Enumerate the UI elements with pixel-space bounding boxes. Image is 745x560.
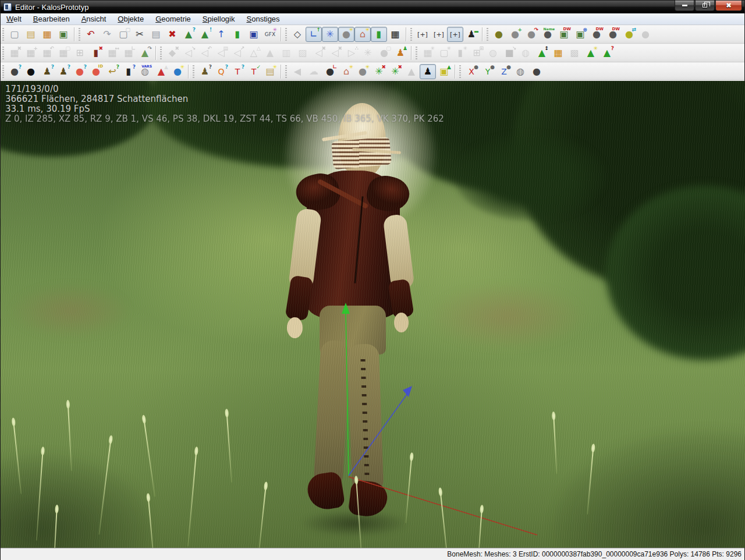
balloon-id-button[interactable]: ●ID xyxy=(88,64,104,79)
terrain-raise-lower-button[interactable]: ▲↕ xyxy=(534,45,550,61)
axes-display-toggle[interactable]: ∟↑ xyxy=(306,27,322,42)
menu-item-spiellogik[interactable]: Spiellogik xyxy=(197,13,241,24)
sphere-rotate-button[interactable]: ●↷ xyxy=(523,27,540,42)
toolbar-grip[interactable] xyxy=(2,65,5,78)
close-button[interactable]: ✖ xyxy=(715,1,742,11)
walk-mode-button[interactable]: ♟▂ xyxy=(463,27,480,42)
paste-button[interactable]: ▤ xyxy=(148,27,164,42)
toolbar-grip[interactable] xyxy=(459,65,462,78)
grid-display-button[interactable]: ▦ xyxy=(387,27,403,42)
delete-button[interactable]: ✖ xyxy=(164,27,180,42)
cut-button[interactable]: ✂ xyxy=(132,27,148,42)
minimap-button[interactable]: ▣▲ xyxy=(436,64,452,79)
grid-single-button: ⊞ xyxy=(72,45,88,61)
bug-delete-button[interactable]: ✳✖ xyxy=(371,64,387,79)
gfx-settings-button[interactable]: GFX✳ xyxy=(262,27,278,42)
title-bar[interactable]: Editor - KalosPrototyp ✖ xyxy=(1,1,744,13)
toolbar-grip[interactable] xyxy=(2,47,5,59)
toolbar-grip[interactable] xyxy=(410,28,413,41)
spheres-swap-button[interactable]: ●⇄ xyxy=(621,27,637,42)
book-star-button[interactable]: ▤✳ xyxy=(262,64,278,79)
menu-item-geometrie[interactable]: Geometrie xyxy=(150,13,197,24)
redo-button[interactable]: ↷ xyxy=(99,27,115,42)
tree-copy-button[interactable]: ▲↷ xyxy=(137,45,153,61)
toolbar-grip[interactable] xyxy=(192,65,195,78)
raise-object-button[interactable]: ↑ xyxy=(213,27,229,42)
camera-y-icon: Y xyxy=(485,68,491,76)
sphere-save-dw-button[interactable]: ●DW xyxy=(588,27,605,42)
minimize-button[interactable] xyxy=(675,1,694,11)
sphere-script-button[interactable]: ●? xyxy=(6,64,23,79)
save-close-button[interactable]: ▣⊗ xyxy=(572,27,588,42)
black-sphere-button[interactable]: ● xyxy=(23,64,39,79)
bug-delete2-button[interactable]: ✳✖ xyxy=(387,64,403,79)
toolbar-grip[interactable] xyxy=(415,47,418,59)
camera-z-button[interactable]: Z● xyxy=(496,64,512,79)
toolbar-separator xyxy=(281,27,281,41)
terrain-star-button[interactable]: ▲✳ xyxy=(583,45,599,61)
light-shadow-toggle[interactable]: ●✳ xyxy=(338,27,354,42)
house-display-toggle[interactable]: ⌂✳ xyxy=(354,27,371,42)
toolbar-grip[interactable] xyxy=(159,47,162,59)
sphere-save-dw2-button[interactable]: ●DW xyxy=(605,27,621,42)
menu-item-sonstiges[interactable]: Sonstiges xyxy=(241,13,286,24)
terrain-person-question-button[interactable]: ♟? xyxy=(197,64,213,79)
balloon-question-button[interactable]: ●? xyxy=(72,64,88,79)
toolbar-grip[interactable] xyxy=(486,28,489,41)
terrain-question-button[interactable]: ▲? xyxy=(599,45,615,61)
toolbar-grip[interactable] xyxy=(285,28,288,41)
quest-question-button[interactable]: Q? xyxy=(213,64,229,79)
text-people-check-button[interactable]: T✓ xyxy=(246,64,262,79)
globe-star-button[interactable]: ●✳ xyxy=(169,64,186,79)
save-button[interactable]: ▣ xyxy=(55,27,72,42)
texture-palette-button[interactable]: ▦ xyxy=(39,27,55,42)
terrain-mesh-button[interactable]: ▦ xyxy=(550,45,566,61)
focus-near-toggle[interactable]: [+] xyxy=(447,27,463,42)
run-figure-toggle[interactable]: ♟ xyxy=(420,64,436,79)
menu-item-objekte[interactable]: Objekte xyxy=(112,13,150,24)
two-people-button[interactable]: ♟♟ xyxy=(392,45,409,61)
vars-sphere-button[interactable]: ◍VARS xyxy=(137,64,153,79)
sphere-axes-button[interactable]: ●∟ xyxy=(322,64,338,79)
toolbar-grip[interactable] xyxy=(78,28,81,41)
undo-button[interactable]: ↶ xyxy=(83,27,99,42)
camera-x-button[interactable]: X● xyxy=(463,64,480,79)
toolbar-grip[interactable] xyxy=(285,65,288,78)
texture-palette-icon: ▦ xyxy=(42,30,51,39)
pickle-display-toggle[interactable]: ▮ xyxy=(371,27,387,42)
focus-mid-button[interactable]: [+] xyxy=(431,27,447,42)
person-question-button[interactable]: ♟? xyxy=(39,64,55,79)
new-file-button[interactable]: ▢ xyxy=(6,27,23,42)
star-terrain-button[interactable]: ●✳ xyxy=(354,64,371,79)
snowflake-toggle[interactable]: ✳ xyxy=(322,27,338,42)
tree-exclaim-button[interactable]: ▲! xyxy=(197,27,213,42)
focus-far-button[interactable]: [+] xyxy=(414,27,431,42)
camera-y-button[interactable]: Y● xyxy=(480,64,496,79)
wireframe-cube-button[interactable]: ◇ xyxy=(289,27,306,42)
toolbar-grip[interactable] xyxy=(2,28,5,41)
sphere-dark-button[interactable]: ● xyxy=(528,64,545,79)
sphere-move-button[interactable]: ●+ xyxy=(507,27,523,42)
pickle-object-button[interactable]: ▮ xyxy=(229,27,246,42)
copy-button[interactable]: ▢▢ xyxy=(115,27,132,42)
menu-item-bearbeiten[interactable]: Bearbeiten xyxy=(27,13,76,24)
person-question2-button[interactable]: ♟? xyxy=(55,64,72,79)
menu-item-ansicht[interactable]: Ansicht xyxy=(76,13,112,24)
house-sun-button[interactable]: ⌂✳ xyxy=(338,64,354,79)
text-people-question-button[interactable]: T? xyxy=(229,64,246,79)
toolbar-separator xyxy=(155,46,156,60)
portal-delete-button[interactable]: ▮✖ xyxy=(88,45,104,61)
sphere-name-button[interactable]: ●Name xyxy=(540,27,556,42)
viewport-3d[interactable]: 171/193/0/0 366621 Flächen, 284817 Schat… xyxy=(1,81,745,548)
door-stats-button[interactable]: ▮? xyxy=(120,64,137,79)
bomb-sphere-button[interactable]: ● xyxy=(491,27,507,42)
cones-button[interactable]: ▲▲ xyxy=(153,64,169,79)
save-dw-button[interactable]: ▣DW xyxy=(556,27,572,42)
render-frame-button[interactable]: ▣ xyxy=(246,27,262,42)
sphere-checkered-button[interactable]: ◍ xyxy=(512,64,528,79)
restore-button[interactable] xyxy=(695,1,715,11)
menu-item-welt[interactable]: Welt xyxy=(1,13,27,24)
tree-question-button[interactable]: ▲? xyxy=(180,27,197,42)
open-folder-button[interactable]: ▤ xyxy=(23,27,39,42)
arrow-question-button[interactable]: ↩? xyxy=(104,64,120,79)
